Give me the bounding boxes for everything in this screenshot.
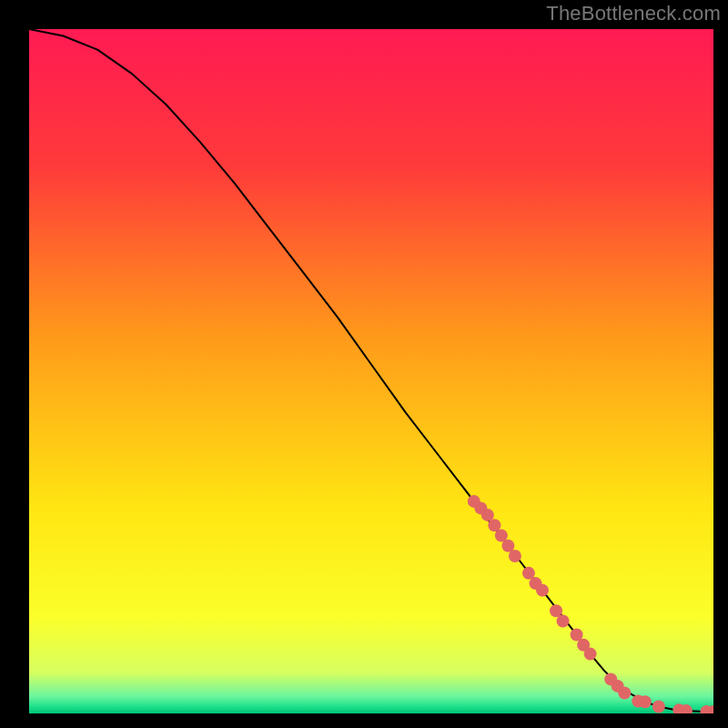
plot-area [29,29,713,713]
marker-dot [509,550,521,562]
chart-svg [29,29,713,713]
marker-dot [584,648,597,661]
marker-dot [639,695,652,708]
marker-dot [652,700,665,713]
marker-dot [618,686,631,699]
gradient-background [29,29,713,713]
watermark-text: TheBottleneck.com [546,2,721,25]
marker-dot [557,614,570,627]
chart-frame: TheBottleneck.com [0,0,728,728]
marker-dot [536,584,549,597]
